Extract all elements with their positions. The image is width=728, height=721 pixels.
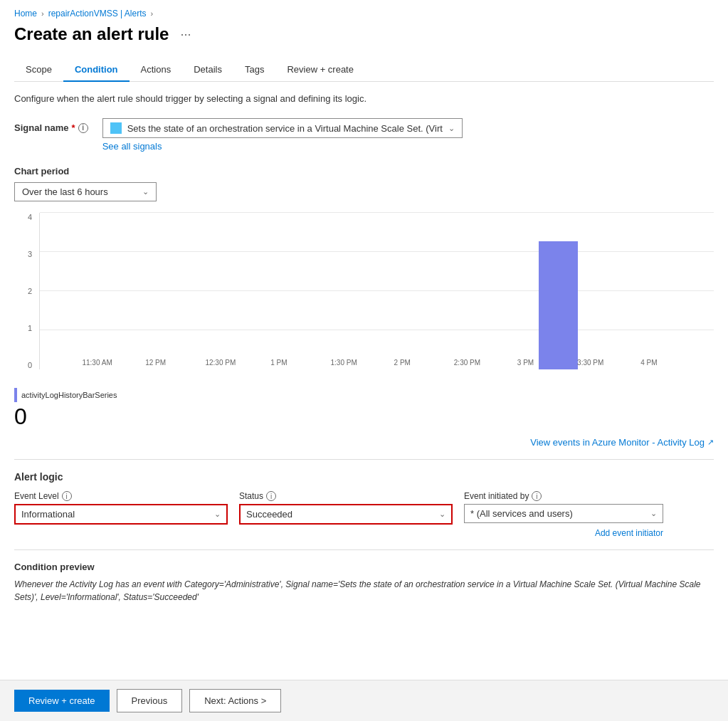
review-create-button[interactable]: Review + create [14, 690, 110, 712]
status-info-icon[interactable]: i [266, 491, 276, 501]
status-group: Status i Succeeded ⌄ [239, 491, 453, 525]
next-button[interactable]: Next: Actions > [189, 689, 281, 712]
signal-selected-text: Sets the state of an orchestration servi… [127, 123, 443, 134]
grid-line-3 [40, 251, 714, 252]
status-value: Succeeded [246, 509, 435, 520]
breadcrumb: Home › repairActionVMSS | Alerts › [14, 9, 714, 19]
x-label-1230pm: 12:30 PM [205, 359, 236, 367]
event-level-group: Event Level i Informational ⌄ [14, 491, 228, 525]
series-value: 0 [14, 404, 714, 430]
add-event-initiator-section: Add event initiator [464, 527, 663, 538]
divider-2 [14, 549, 714, 550]
previous-button[interactable]: Previous [117, 689, 183, 712]
signal-dropdown[interactable]: Sets the state of an orchestration servi… [102, 118, 463, 138]
event-initiated-value: * (All services and users) [470, 508, 646, 519]
alert-logic-title: Alert logic [14, 471, 714, 483]
series-name: activityLogHistoryBarSeries [21, 391, 117, 399]
page-description: Configure when the alert rule should tri… [14, 93, 714, 104]
legend-bar-icon [14, 388, 17, 402]
tabs-nav: Scope Condition Actions Details Tags Rev… [14, 58, 714, 82]
alert-logic-row: Event Level i Informational ⌄ Status i S… [14, 491, 714, 538]
condition-preview-text: Whenever the Activity Log has an event w… [14, 578, 714, 604]
breadcrumb-home[interactable]: Home [14, 9, 37, 19]
signal-info-icon[interactable]: i [78, 123, 88, 133]
signal-type-icon [110, 122, 122, 134]
y-label-1: 1 [14, 324, 32, 332]
y-label-0: 0 [14, 361, 32, 369]
y-label-2: 2 [14, 287, 32, 295]
series-legend: activityLogHistoryBarSeries [14, 388, 714, 402]
tab-details[interactable]: Details [182, 58, 233, 82]
signal-row: Signal name * i Sets the state of an orc… [14, 118, 714, 152]
status-dropdown[interactable]: Succeeded ⌄ [239, 504, 453, 525]
chart-period-label: Chart period [14, 166, 714, 177]
x-label-1pm: 1 PM [270, 359, 287, 367]
status-label: Status i [239, 491, 453, 501]
signal-label: Signal name * i [14, 118, 88, 133]
chart-y-axis: 0 1 2 3 4 [14, 213, 36, 369]
chart-plot-area: 11:30 AM 12 PM 12:30 PM 1 PM 1:30 PM 2 P… [39, 213, 714, 369]
tab-review-create[interactable]: Review + create [275, 58, 365, 82]
condition-preview-section: Condition preview Whenever the Activity … [14, 562, 714, 604]
x-label-230pm: 2:30 PM [454, 359, 480, 367]
chart-period-text: Over the last 6 hours [22, 186, 138, 197]
event-level-value: Informational [21, 509, 210, 520]
tab-tags[interactable]: Tags [233, 58, 275, 82]
y-label-4: 4 [14, 213, 32, 221]
chart-period-dropdown[interactable]: Over the last 6 hours ⌄ [14, 182, 157, 201]
external-link-icon: ↗ [707, 438, 714, 447]
required-indicator: * [72, 122, 75, 133]
signal-chevron-icon: ⌄ [448, 124, 455, 133]
tab-scope[interactable]: Scope [14, 58, 63, 82]
x-label-130pm: 1:30 PM [331, 359, 357, 367]
event-level-dropdown[interactable]: Informational ⌄ [14, 504, 228, 525]
x-label-4pm: 4 PM [640, 359, 657, 367]
event-level-label: Event Level i [14, 491, 228, 501]
grid-line-1 [40, 330, 714, 330]
add-event-initiator-link[interactable]: Add event initiator [595, 528, 663, 538]
chart-container: 0 1 2 3 4 11:30 AM 12 PM 12:30 PM [14, 213, 714, 384]
chart-period-chevron: ⌄ [142, 187, 149, 196]
x-label-3pm: 3 PM [517, 359, 534, 367]
condition-preview-title: Condition preview [14, 562, 714, 572]
event-initiated-group: Event initiated by i * (All services and… [464, 491, 663, 523]
event-level-chevron: ⌄ [214, 510, 221, 519]
bottom-bar: Review + create Previous Next: Actions > [0, 680, 728, 721]
y-label-3: 3 [14, 250, 32, 258]
status-chevron: ⌄ [439, 510, 445, 519]
event-level-info-icon[interactable]: i [62, 491, 72, 501]
chart-section: Chart period Over the last 6 hours ⌄ 0 1… [14, 166, 714, 430]
x-label-330pm: 3:30 PM [577, 359, 603, 367]
event-initiated-col: Event initiated by i * (All services and… [464, 491, 663, 538]
tab-condition[interactable]: Condition [63, 58, 130, 82]
divider [14, 459, 714, 460]
tab-actions[interactable]: Actions [130, 58, 183, 82]
event-initiated-info-icon[interactable]: i [532, 491, 542, 501]
view-events-section: View events in Azure Monitor - Activity … [14, 437, 714, 448]
event-initiated-chevron: ⌄ [650, 509, 657, 518]
view-events-link[interactable]: View events in Azure Monitor - Activity … [530, 437, 714, 448]
ellipsis-button[interactable]: ··· [176, 26, 195, 43]
chart-bar [539, 241, 578, 369]
grid-line-4 [40, 212, 714, 213]
event-initiated-dropdown[interactable]: * (All services and users) ⌄ [464, 504, 663, 523]
x-label-1130: 11:30 AM [82, 359, 112, 367]
grid-line-2 [40, 290, 714, 291]
x-label-12pm: 12 PM [145, 359, 166, 367]
signal-select-wrapper: Sets the state of an orchestration servi… [102, 118, 463, 152]
page-title: Create an alert rule [14, 24, 169, 44]
event-initiated-label: Event initiated by i [464, 491, 663, 501]
see-all-signals-link[interactable]: See all signals [102, 141, 463, 152]
alert-logic-section: Alert logic Event Level i Informational … [14, 471, 714, 538]
breadcrumb-resource[interactable]: repairActionVMSS | Alerts [48, 9, 147, 19]
chart-x-axis: 11:30 AM 12 PM 12:30 PM 1 PM 1:30 PM 2 P… [65, 355, 714, 369]
x-label-2pm: 2 PM [394, 359, 411, 367]
